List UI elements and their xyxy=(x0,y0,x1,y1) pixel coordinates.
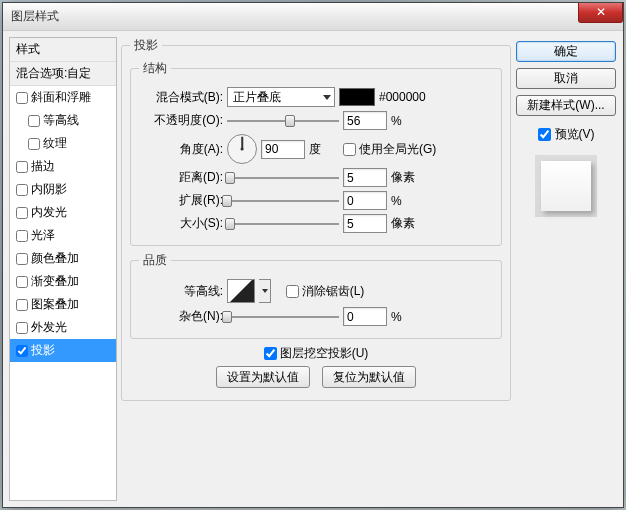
sidebar-item-check-2[interactable] xyxy=(28,138,40,150)
antialias-check-input[interactable] xyxy=(286,285,299,298)
title-bar[interactable]: 图层样式 ✕ xyxy=(3,3,623,31)
antialias-checkbox[interactable]: 消除锯齿(L) xyxy=(286,283,365,300)
sidebar-item-label: 等高线 xyxy=(43,112,79,129)
sidebar-item-check-9[interactable] xyxy=(16,299,28,311)
noise-slider[interactable] xyxy=(227,309,339,325)
distance-label: 距离(D): xyxy=(139,169,223,186)
sidebar-item-5[interactable]: 内发光 xyxy=(10,201,116,224)
right-panel: 确定 取消 新建样式(W)... 预览(V) xyxy=(515,37,617,501)
sidebar-item-check-0[interactable] xyxy=(16,92,28,104)
opacity-slider[interactable] xyxy=(227,113,339,129)
ok-button[interactable]: 确定 xyxy=(516,41,616,62)
make-default-button[interactable]: 设置为默认值 xyxy=(216,366,310,388)
sidebar-item-check-1[interactable] xyxy=(28,115,40,127)
sidebar-item-2[interactable]: 纹理 xyxy=(10,132,116,155)
contour-row: 等高线: 消除锯齿(L) xyxy=(139,279,493,303)
angle-row: 角度(A): 度 使用全局光(G) xyxy=(139,134,493,164)
blend-mode-row: 混合模式(B): 正片叠底 #000000 xyxy=(139,87,493,107)
sidebar-item-check-11[interactable] xyxy=(16,345,28,357)
opacity-unit: % xyxy=(391,114,421,128)
structure-legend: 结构 xyxy=(139,60,171,77)
knockout-check-input[interactable] xyxy=(264,347,277,360)
dialog-body: 样式 混合选项:自定 斜面和浮雕等高线纹理描边内阴影内发光光泽颜色叠加渐变叠加图… xyxy=(3,31,623,507)
opacity-label: 不透明度(O): xyxy=(139,112,223,129)
preview-label: 预览(V) xyxy=(555,126,595,143)
structure-group: 结构 混合模式(B): 正片叠底 #000000 不透明度(O): xyxy=(130,60,502,246)
size-row: 大小(S): 像素 xyxy=(139,214,493,233)
spread-slider[interactable] xyxy=(227,193,339,209)
sidebar-item-10[interactable]: 外发光 xyxy=(10,316,116,339)
noise-label: 杂色(N): xyxy=(139,308,223,325)
opacity-input[interactable] xyxy=(343,111,387,130)
global-light-check-input[interactable] xyxy=(343,143,356,156)
sidebar-item-11[interactable]: 投影 xyxy=(10,339,116,362)
sidebar-item-check-7[interactable] xyxy=(16,253,28,265)
contour-dropdown[interactable] xyxy=(259,279,271,303)
size-input[interactable] xyxy=(343,214,387,233)
sidebar-item-label: 斜面和浮雕 xyxy=(31,89,91,106)
knockout-checkbox[interactable]: 图层挖空投影(U) xyxy=(264,345,369,362)
sidebar-header[interactable]: 样式 xyxy=(10,38,116,62)
chevron-down-icon xyxy=(262,289,268,293)
sidebar-item-check-3[interactable] xyxy=(16,161,28,173)
size-slider[interactable] xyxy=(227,216,339,232)
sidebar-item-7[interactable]: 颜色叠加 xyxy=(10,247,116,270)
size-label: 大小(S): xyxy=(139,215,223,232)
sidebar-item-9[interactable]: 图案叠加 xyxy=(10,293,116,316)
contour-picker[interactable] xyxy=(227,279,255,303)
shadow-color-swatch[interactable] xyxy=(339,88,375,106)
layer-style-dialog: 图层样式 ✕ 样式 混合选项:自定 斜面和浮雕等高线纹理描边内阴影内发光光泽颜色… xyxy=(2,2,624,508)
preview-swatch xyxy=(535,155,597,217)
chevron-down-icon xyxy=(323,95,331,100)
close-button[interactable]: ✕ xyxy=(578,3,623,23)
sidebar-item-label: 投影 xyxy=(31,342,55,359)
opacity-row: 不透明度(O): % xyxy=(139,111,493,130)
sidebar-item-check-8[interactable] xyxy=(16,276,28,288)
quality-group: 品质 等高线: 消除锯齿(L) 杂色(N): xyxy=(130,252,502,339)
sidebar-item-check-5[interactable] xyxy=(16,207,28,219)
sidebar-item-8[interactable]: 渐变叠加 xyxy=(10,270,116,293)
preview-check-input[interactable] xyxy=(538,128,551,141)
angle-input[interactable] xyxy=(261,140,305,159)
spread-input[interactable] xyxy=(343,191,387,210)
sidebar-item-4[interactable]: 内阴影 xyxy=(10,178,116,201)
blend-mode-label: 混合模式(B): xyxy=(139,89,223,106)
quality-legend: 品质 xyxy=(139,252,171,269)
global-light-checkbox[interactable]: 使用全局光(G) xyxy=(343,141,436,158)
noise-row: 杂色(N): % xyxy=(139,307,493,326)
sidebar-item-3[interactable]: 描边 xyxy=(10,155,116,178)
sidebar-item-check-6[interactable] xyxy=(16,230,28,242)
cancel-button[interactable]: 取消 xyxy=(516,68,616,89)
sidebar-item-1[interactable]: 等高线 xyxy=(10,109,116,132)
spread-unit: % xyxy=(391,194,421,208)
distance-input[interactable] xyxy=(343,168,387,187)
angle-label: 角度(A): xyxy=(139,141,223,158)
sidebar-item-check-4[interactable] xyxy=(16,184,28,196)
new-style-button[interactable]: 新建样式(W)... xyxy=(516,95,616,116)
reset-default-button[interactable]: 复位为默认值 xyxy=(322,366,416,388)
preview-checkbox[interactable]: 预览(V) xyxy=(538,126,595,143)
knockout-label: 图层挖空投影(U) xyxy=(280,345,369,362)
sidebar-item-0[interactable]: 斜面和浮雕 xyxy=(10,86,116,109)
distance-row: 距离(D): 像素 xyxy=(139,168,493,187)
distance-slider[interactable] xyxy=(227,170,339,186)
sidebar-item-label: 内阴影 xyxy=(31,181,67,198)
sidebar-item-label: 光泽 xyxy=(31,227,55,244)
group-legend: 投影 xyxy=(130,37,162,54)
angle-dial[interactable] xyxy=(227,134,257,164)
knockout-row: 图层挖空投影(U) xyxy=(130,345,502,362)
sidebar-item-label: 内发光 xyxy=(31,204,67,221)
style-sidebar: 样式 混合选项:自定 斜面和浮雕等高线纹理描边内阴影内发光光泽颜色叠加渐变叠加图… xyxy=(9,37,117,501)
antialias-label: 消除锯齿(L) xyxy=(302,283,365,300)
noise-unit: % xyxy=(391,310,421,324)
sidebar-item-6[interactable]: 光泽 xyxy=(10,224,116,247)
noise-input[interactable] xyxy=(343,307,387,326)
sidebar-item-check-10[interactable] xyxy=(16,322,28,334)
drop-shadow-group: 投影 结构 混合模式(B): 正片叠底 #000000 不透明度(O): xyxy=(121,37,511,401)
sidebar-item-label: 图案叠加 xyxy=(31,296,79,313)
global-light-label: 使用全局光(G) xyxy=(359,141,436,158)
sidebar-blend-options[interactable]: 混合选项:自定 xyxy=(10,62,116,86)
blend-mode-select[interactable]: 正片叠底 xyxy=(227,87,335,107)
contour-label: 等高线: xyxy=(139,283,223,300)
sidebar-item-label: 渐变叠加 xyxy=(31,273,79,290)
